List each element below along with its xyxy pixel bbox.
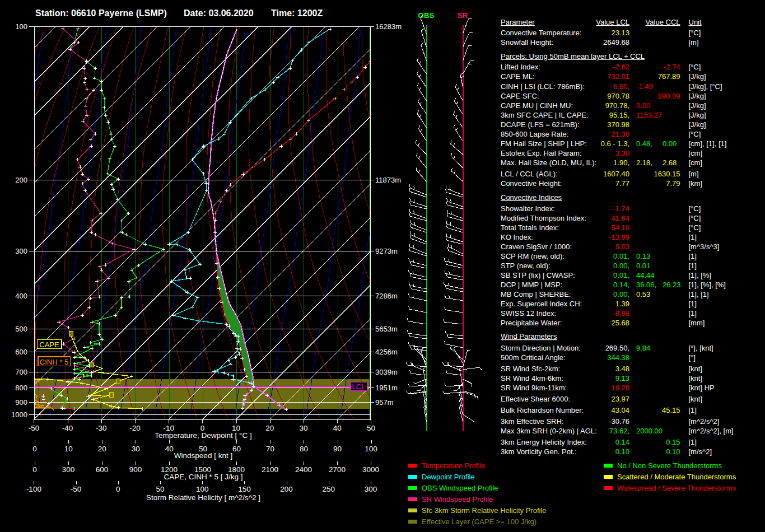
svg-text:3.30: 3.30 <box>615 149 629 157</box>
svg-text:43.04: 43.04 <box>611 406 629 414</box>
svg-text:-100: -100 <box>26 485 41 493</box>
svg-text:-50: -50 <box>71 485 82 493</box>
svg-text:10: 10 <box>64 445 73 453</box>
svg-text:Craven SigSvr / 1000:: Craven SigSvr / 1000: <box>501 242 572 251</box>
svg-text:0.10: 0.10 <box>615 447 629 456</box>
svg-text:73.62,: 73.62, <box>609 427 629 435</box>
svg-text:Lifted Index:: Lifted Index: <box>501 63 540 71</box>
svg-text:1607.40: 1607.40 <box>603 170 629 178</box>
svg-text:[cm]: [cm] <box>689 149 703 157</box>
svg-text:STP (new, old):: STP (new, old): <box>501 262 551 270</box>
svg-text:500: 500 <box>15 325 27 333</box>
svg-text:[1], [1]: [1], [1] <box>689 290 709 298</box>
svg-text:CAPE, CINH * 5 [ J/kg ]: CAPE, CINH * 5 [ J/kg ] <box>164 473 242 481</box>
svg-text:0: 0 <box>32 445 37 453</box>
svg-text:[knt]: [knt] <box>689 365 703 373</box>
svg-text:Max 3km SRH (0-2km) | AGL:: Max 3km SRH (0-2km) | AGL: <box>501 427 597 435</box>
svg-text:No / Non Severe Thunderstorms: No / Non Severe Thunderstorms <box>617 461 722 470</box>
svg-text:344.38: 344.38 <box>607 353 629 362</box>
svg-text:Max. Hail Size (OLD, MU, IL):: Max. Hail Size (OLD, MU, IL): <box>501 158 596 167</box>
svg-text:100: 100 <box>196 485 209 493</box>
svg-text:1.90,: 1.90, <box>613 158 629 167</box>
svg-text:3000: 3000 <box>362 465 379 474</box>
svg-text:[knt]: [knt] <box>689 395 703 403</box>
svg-text:200: 200 <box>15 176 27 184</box>
svg-text:700: 700 <box>15 368 27 376</box>
svg-text:2400: 2400 <box>295 465 312 474</box>
svg-text:KO Index:: KO Index: <box>501 233 533 241</box>
svg-text:SR Wind 9km-11km:: SR Wind 9km-11km: <box>501 384 567 392</box>
svg-text:7.77: 7.77 <box>615 179 629 188</box>
svg-text:CINH * 5: CINH * 5 <box>40 358 68 366</box>
svg-text:957m: 957m <box>375 398 394 407</box>
svg-text:0.15: 0.15 <box>666 438 680 446</box>
svg-text:0.01,: 0.01, <box>613 252 629 260</box>
svg-text:Widespread / Severe Thundersto: Widespread / Severe Thunderstorms <box>617 484 736 492</box>
svg-text:-1.49: -1.49 <box>636 82 653 91</box>
svg-text:0.48,: 0.48, <box>636 139 652 148</box>
svg-text:2000.00: 2000.00 <box>636 427 663 435</box>
svg-text:[J/kg]: [J/kg] <box>689 92 706 100</box>
svg-text:Windspeed [ knt ]: Windspeed [ knt ] <box>174 451 232 460</box>
svg-text:1951m: 1951m <box>375 384 398 392</box>
svg-text:[°C]: [°C] <box>689 214 701 222</box>
svg-text:MB Comp | SHERBE:: MB Comp | SHERBE: <box>501 290 571 298</box>
svg-text:3km Vorticity Gen. Pot.:: 3km Vorticity Gen. Pot.: <box>501 447 577 456</box>
svg-text:767.89: 767.89 <box>658 72 680 81</box>
svg-text:732.01: 732.01 <box>607 72 629 81</box>
svg-text:Precipitable Water:: Precipitable Water: <box>501 319 562 327</box>
svg-text:11873m: 11873m <box>375 176 401 184</box>
svg-text:0.10: 0.10 <box>666 447 680 456</box>
svg-text:Showalter Index:: Showalter Index: <box>501 204 555 213</box>
svg-text:[1], [%], [%]: [1], [%], [%] <box>689 281 726 289</box>
svg-text:1.39: 1.39 <box>615 300 629 308</box>
svg-text:970.78: 970.78 <box>607 92 629 100</box>
svg-text:CAPE ML:: CAPE ML: <box>501 72 535 81</box>
svg-text:[1]: [1] <box>689 406 697 414</box>
svg-text:[°C]: [°C] <box>689 29 701 37</box>
svg-text:Value CCL: Value CCL <box>646 18 680 26</box>
svg-text:50: 50 <box>367 424 375 432</box>
svg-text:Storm Relative Helicity [ m^2: Storm Relative Helicity [ m^2/s^2 ] <box>146 493 260 502</box>
svg-text:Scattered / Moderate Thunderst: Scattered / Moderate Thunderstorms <box>617 473 736 481</box>
svg-text:890.09: 890.09 <box>658 92 680 100</box>
svg-text:-30.76: -30.76 <box>609 417 629 426</box>
svg-text:0.00: 0.00 <box>636 101 650 110</box>
svg-text:[J/kg]: [J/kg] <box>689 120 706 129</box>
svg-text:Estofex Exp. Hail Param:: Estofex Exp. Hail Param: <box>501 149 582 157</box>
svg-text:DCAPE (LFS = 621mB):: DCAPE (LFS = 621mB): <box>501 120 580 129</box>
svg-text:30: 30 <box>132 445 140 453</box>
svg-text:Effective Shear 6000:: Effective Shear 6000: <box>501 395 570 403</box>
svg-text:[J/kg]: [J/kg] <box>689 111 706 119</box>
svg-text:1153.27: 1153.27 <box>636 111 662 119</box>
svg-text:7286m: 7286m <box>375 292 398 300</box>
svg-text:9.84: 9.84 <box>636 344 650 352</box>
svg-text:26.23: 26.23 <box>663 281 681 289</box>
svg-text:0.14: 0.14 <box>615 438 629 446</box>
svg-text:[m^2/s^2]: [m^2/s^2] <box>689 417 720 426</box>
svg-text:SCP RM (new, old):: SCP RM (new, old): <box>501 252 565 260</box>
svg-text:250: 250 <box>323 485 335 493</box>
svg-text:[m]: [m] <box>689 38 699 46</box>
svg-text:45.15: 45.15 <box>662 406 680 414</box>
svg-text:1630.15: 1630.15 <box>654 170 680 178</box>
svg-text:600: 600 <box>15 348 27 356</box>
svg-text:2700: 2700 <box>329 465 346 474</box>
svg-text:SR Windspeed Profile: SR Windspeed Profile <box>422 495 493 503</box>
svg-text:[°C]: [°C] <box>689 223 701 232</box>
svg-text:-20: -20 <box>129 424 141 432</box>
svg-text:900: 900 <box>129 465 142 474</box>
svg-text:[1], [%]: [1], [%] <box>689 271 711 279</box>
svg-text:FM Hail Size | SHIP | LHP:: FM Hail Size | SHIP | LHP: <box>501 139 587 148</box>
svg-text:54.10: 54.10 <box>611 223 629 232</box>
svg-text:0: 0 <box>32 465 37 474</box>
svg-text:2.68: 2.68 <box>663 158 677 167</box>
svg-text:[°], [knt]: [°], [knt] <box>689 344 713 352</box>
svg-text:3: 3 <box>91 362 94 367</box>
svg-text:0.00: 0.00 <box>663 139 677 148</box>
svg-text:[°C]: [°C] <box>689 130 701 138</box>
svg-text:3km SFC CAPE | IL CAPE:: 3km SFC CAPE | IL CAPE: <box>501 111 589 119</box>
svg-text:9273m: 9273m <box>375 247 398 255</box>
svg-text:0: 0 <box>116 485 120 493</box>
svg-text:[1]: [1] <box>689 233 697 241</box>
